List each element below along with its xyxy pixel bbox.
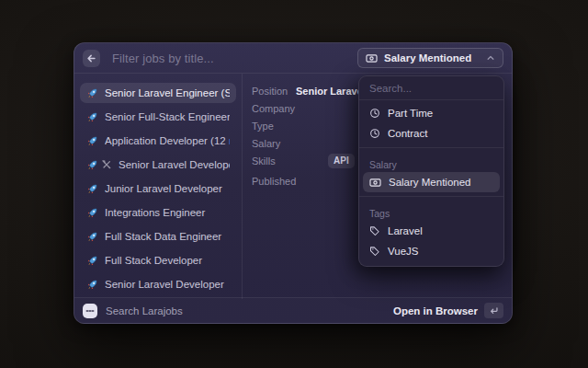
job-list-item[interactable]: Senior Full-Stack Engineer II, Ac... xyxy=(80,107,236,127)
job-list-item[interactable]: Senior Laravel Developer (T... xyxy=(80,155,236,175)
rocket-icon xyxy=(86,87,98,99)
detail-label: Skills xyxy=(252,155,292,167)
job-title: Senior Full-Stack Engineer II, Ac... xyxy=(105,111,230,122)
dropdown-section: TagsLaravelVueJS xyxy=(359,201,503,261)
header: Filter jobs by title... Salary Mentioned xyxy=(74,43,512,74)
detail-label: Position xyxy=(252,86,292,97)
rocket-icon xyxy=(86,207,98,219)
rocket-icon xyxy=(86,111,98,123)
dropdown-section: Part TimeContract xyxy=(359,100,503,144)
dropdown-item-label: Laravel xyxy=(388,225,423,236)
rocket-icon xyxy=(86,135,98,147)
banknote-icon xyxy=(366,52,378,64)
open-in-browser-action[interactable]: Open in Browser xyxy=(393,305,478,316)
command-name: Search Larajobs xyxy=(106,305,393,316)
job-title: Junior Laravel Developer xyxy=(105,183,230,194)
enter-key-icon xyxy=(484,303,503,318)
filter-jobs-input[interactable]: Filter jobs by title... xyxy=(112,52,357,65)
tag-icon xyxy=(369,225,380,236)
dropdown-item-label: VueJS xyxy=(388,246,418,257)
dropdown-section-title: Salary xyxy=(359,155,503,172)
dropdown-item[interactable]: Laravel xyxy=(363,221,500,241)
job-list-item[interactable]: Full Stack Data Engineer xyxy=(80,226,236,247)
dropdown-item-label: Part Time xyxy=(388,108,433,119)
filter-dropdown-button[interactable]: Salary Mentioned xyxy=(357,48,503,68)
job-list-item[interactable]: Junior Laravel Developer xyxy=(80,178,236,199)
job-list-item[interactable]: Senior Laravel Developer xyxy=(80,274,236,294)
chevron-up-icon xyxy=(486,53,495,63)
tag-icon xyxy=(369,246,380,257)
dropdown-item-label: Salary Mentioned xyxy=(389,177,471,188)
job-title: Senior Laravel Developer xyxy=(105,279,230,290)
job-list-item[interactable]: Full Stack Developer xyxy=(80,250,236,270)
dropdown-item-label: Contract xyxy=(388,128,427,139)
skill-tag: API xyxy=(328,154,355,168)
job-title: Full Stack Developer xyxy=(105,255,230,266)
job-title: Senior Laravel Engineer (Shapin... xyxy=(105,87,230,98)
footer: Search Larajobs Open in Browser xyxy=(74,297,512,323)
detail-label: Company xyxy=(252,103,292,114)
detail-label: Type xyxy=(252,121,292,132)
dropdown-item[interactable]: VueJS xyxy=(363,241,500,261)
rocket-icon xyxy=(86,255,98,267)
banknote-icon xyxy=(369,177,381,189)
clock-icon xyxy=(369,128,380,139)
job-title: Application Developer (12 mont... xyxy=(105,135,230,146)
dropdown-item[interactable]: Contract xyxy=(363,123,500,144)
job-title: Integrations Engineer xyxy=(105,207,230,218)
clock-icon xyxy=(369,108,380,119)
back-button[interactable] xyxy=(83,50,100,67)
filter-dropdown-label: Salary Mentioned xyxy=(384,52,480,63)
detail-label: Published xyxy=(252,176,292,187)
job-list-item[interactable]: Integrations Engineer xyxy=(80,202,236,223)
rocket-icon xyxy=(86,231,98,243)
job-title: Full Stack Data Engineer xyxy=(105,231,230,242)
tools-icon xyxy=(101,159,112,170)
job-list-item[interactable]: Application Developer (12 mont... xyxy=(80,131,236,151)
dropdown-item[interactable]: Part Time xyxy=(363,103,500,123)
separator xyxy=(359,147,503,148)
dropdown-section: SalarySalary Mentioned xyxy=(359,152,503,192)
job-list-item[interactable]: Senior Laravel Engineer (Shapin... xyxy=(80,83,236,103)
dropdown-section-title: Tags xyxy=(359,203,503,221)
job-list: Senior Laravel Engineer (Shapin...Senior… xyxy=(74,74,242,299)
dropdown-item[interactable]: Salary Mentioned xyxy=(363,172,500,192)
separator xyxy=(359,196,503,197)
detail-label: Salary xyxy=(252,138,292,149)
dropdown-search-input[interactable]: Search... xyxy=(359,76,503,100)
rocket-icon xyxy=(86,159,98,171)
filter-dropdown-panel: Search... Part TimeContractSalarySalary … xyxy=(358,75,504,267)
launcher-window: Filter jobs by title... Salary Mentioned… xyxy=(74,42,513,324)
larajobs-icon xyxy=(83,304,97,318)
rocket-icon xyxy=(86,183,98,195)
rocket-icon xyxy=(86,279,98,291)
job-title: Senior Laravel Developer (T... xyxy=(119,159,230,170)
arrow-left-icon xyxy=(86,53,96,63)
